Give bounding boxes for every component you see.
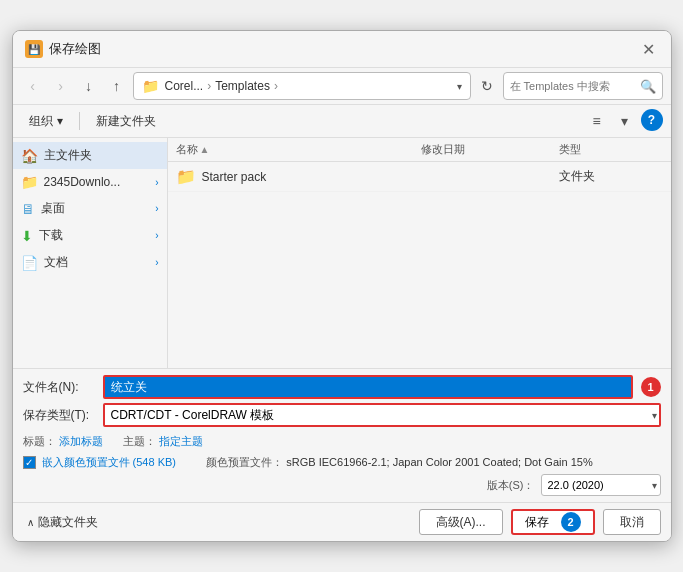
form-area: 文件名(N): 1 保存类型(T): CDRT/CDT - CorelDRAW … [13, 368, 671, 502]
up-button[interactable]: ↑ [105, 74, 129, 98]
sidebar-arrow-desktop: › [155, 203, 158, 214]
color-profile-value: sRGB IEC61966-2.1; Japan Color 2001 Coat… [286, 456, 592, 468]
breadcrumb-part1: Corel... [165, 79, 204, 93]
organize-label: 组织 [29, 113, 53, 130]
badge-2: 2 [561, 512, 581, 532]
hide-folder-arrow-icon: ∧ [27, 517, 34, 528]
refresh-button[interactable]: ↻ [475, 74, 499, 98]
folder-icon-2345: 📁 [21, 174, 38, 190]
sidebar-item-label-documents: 文档 [44, 254, 68, 271]
meta-theme-label: 主题： 指定主题 [123, 434, 203, 449]
color-profile-label: 嵌入颜色预置文件 (548 KB) [42, 455, 176, 469]
version-select[interactable]: 22.0 (2020) 21.0 (2019) 20.0 (2018) [541, 474, 661, 496]
titlebar: 💾 保存绘图 ✕ [13, 31, 671, 68]
sidebar-item-label-home: 主文件夹 [44, 147, 92, 164]
new-folder-label: 新建文件夹 [96, 113, 156, 130]
file-table-wrapper: 名称▲ 修改日期 类型 📁 Starter pack [168, 138, 671, 192]
save-dialog: 💾 保存绘图 ✕ ‹ › ↓ ↑ 📁 Corel... › Templates … [12, 30, 672, 542]
sidebar-arrow-2345: › [155, 177, 158, 188]
meta-label-subject: 标题： [23, 435, 56, 447]
filetype-row: 保存类型(T): CDRT/CDT - CorelDRAW 模板 ▾ [23, 403, 661, 427]
sidebar-item-label-desktop: 桌面 [41, 200, 65, 217]
color-profile-key: 颜色预置文件： [206, 456, 283, 468]
sidebar-arrow-download: › [155, 230, 158, 241]
meta-subject-label: 标题： 添加标题 [23, 434, 103, 449]
breadcrumb-bar[interactable]: 📁 Corel... › Templates › ▾ [133, 72, 471, 100]
organize-button[interactable]: 组织 ▾ [21, 110, 71, 133]
folder-icon: 📁 [142, 78, 159, 94]
sort-icon-name: ▲ [200, 144, 210, 155]
advanced-button[interactable]: 高级(A)... [419, 509, 503, 535]
action-buttons: 高级(A)... 保存 2 取消 [419, 509, 661, 535]
color-profile-value-area: 颜色预置文件： sRGB IEC61966-2.1; Japan Color 2… [206, 455, 661, 470]
sidebar-item-downloads2345[interactable]: 📁 2345Downlo... › [13, 169, 167, 195]
version-select-wrap: 22.0 (2020) 21.0 (2019) 20.0 (2018) ▾ [541, 474, 661, 496]
doc-icon: 📄 [21, 255, 38, 271]
filename-label: 文件名(N): [23, 379, 103, 396]
search-input[interactable] [510, 80, 640, 92]
main-content: 🏠 主文件夹 📁 2345Downlo... › 🖥 桌面 › ⬇ 下载 › 📄… [13, 138, 671, 368]
file-name-inner: 📁 Starter pack [176, 167, 405, 186]
forward-button[interactable]: › [49, 74, 73, 98]
cancel-button[interactable]: 取消 [603, 509, 661, 535]
nav-bar: ‹ › ↓ ↑ 📁 Corel... › Templates › ▾ ↻ 🔍 [13, 68, 671, 105]
breadcrumb-part2: Templates [215, 79, 270, 93]
new-folder-button[interactable]: 新建文件夹 [88, 110, 164, 133]
breadcrumb-dropdown-arrow[interactable]: ▾ [457, 81, 462, 92]
sidebar-item-label-2345: 2345Downlo... [44, 175, 121, 189]
version-row: 版本(S)： 22.0 (2020) 21.0 (2019) 20.0 (201… [23, 474, 661, 496]
save-button[interactable]: 保存 2 [511, 509, 595, 535]
color-row: ✓ 嵌入颜色预置文件 (548 KB) 颜色预置文件： sRGB IEC6196… [23, 455, 661, 470]
back-button[interactable]: ‹ [21, 74, 45, 98]
meta-row: 标题： 添加标题 主题： 指定主题 [23, 431, 661, 452]
filetype-select[interactable]: CDRT/CDT - CorelDRAW 模板 [103, 403, 661, 427]
col-header-date[interactable]: 修改日期 [413, 138, 551, 162]
toolbar-separator [79, 112, 80, 130]
filetype-select-wrap: CDRT/CDT - CorelDRAW 模板 ▾ [103, 403, 661, 427]
color-profile-checkbox[interactable]: ✓ [23, 456, 36, 469]
file-table: 名称▲ 修改日期 类型 📁 Starter pack [168, 138, 671, 192]
file-area: 名称▲ 修改日期 类型 📁 Starter pack [168, 138, 671, 368]
hide-folder-label: 隐藏文件夹 [38, 514, 98, 531]
file-folder-icon: 📁 [176, 167, 196, 186]
down-button[interactable]: ↓ [77, 74, 101, 98]
meta-label-theme: 主题： [123, 435, 156, 447]
checkbox-check-icon: ✓ [25, 457, 33, 468]
color-left: ✓ 嵌入颜色预置文件 (548 KB) [23, 455, 176, 469]
meta-theme-link[interactable]: 指定主题 [159, 435, 203, 447]
sidebar-item-documents[interactable]: 📄 文档 › [13, 249, 167, 276]
filename-input-wrap: 1 [103, 375, 661, 399]
filename-row: 文件名(N): 1 [23, 375, 661, 399]
breadcrumb-sep2: › [274, 79, 278, 93]
file-date-cell [413, 162, 551, 192]
sidebar-item-home[interactable]: 🏠 主文件夹 [13, 142, 167, 169]
titlebar-app-icon: 💾 [25, 40, 43, 58]
version-label: 版本(S)： [487, 478, 535, 493]
search-bar[interactable]: 🔍 [503, 72, 663, 100]
download-icon: ⬇ [21, 228, 33, 244]
search-icon: 🔍 [640, 79, 656, 94]
file-name: Starter pack [202, 170, 267, 184]
bottom-bar: ∧ 隐藏文件夹 高级(A)... 保存 2 取消 [13, 502, 671, 541]
save-label: 保存 [525, 514, 549, 531]
hide-folder-button[interactable]: ∧ 隐藏文件夹 [23, 512, 102, 533]
help-button[interactable]: ? [641, 109, 663, 131]
col-header-type[interactable]: 类型 [551, 138, 671, 162]
view-toggle-button[interactable]: ≡ [585, 109, 609, 133]
filetype-label: 保存类型(T): [23, 407, 103, 424]
badge-1: 1 [641, 377, 661, 397]
sidebar-arrow-documents: › [155, 257, 158, 268]
desktop-icon: 🖥 [21, 201, 35, 217]
filename-input[interactable] [103, 375, 633, 399]
sidebar-item-desktop[interactable]: 🖥 桌面 › [13, 195, 167, 222]
titlebar-left: 💾 保存绘图 [25, 40, 101, 58]
toolbar-right: ≡ ▾ ? [585, 109, 663, 133]
file-name-cell: 📁 Starter pack [168, 162, 413, 192]
sidebar-item-download[interactable]: ⬇ 下载 › [13, 222, 167, 249]
meta-subject-link[interactable]: 添加标题 [59, 435, 103, 447]
view-dropdown-button[interactable]: ▾ [613, 109, 637, 133]
toolbar: 组织 ▾ 新建文件夹 ≡ ▾ ? [13, 105, 671, 138]
close-button[interactable]: ✕ [639, 39, 659, 59]
table-row[interactable]: 📁 Starter pack 文件夹 [168, 162, 671, 192]
col-header-name[interactable]: 名称▲ [168, 138, 413, 162]
